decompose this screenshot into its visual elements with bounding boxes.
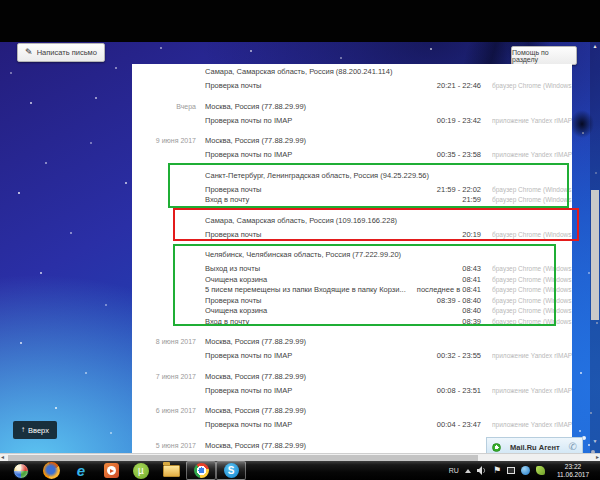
action-row: 5 писем перемещены из папки Входящие в п… — [205, 285, 572, 296]
compose-mail-button[interactable]: ✎ Написать письмо — [17, 43, 105, 62]
activity-group: Самара, Самарская область, Россия (109.1… — [205, 215, 572, 241]
action-client: браузер Chrome (Windows 10) — [492, 306, 572, 315]
internet-explorer-icon: e — [77, 463, 85, 478]
top-black-bar — [0, 0, 600, 42]
activity-group: Санкт-Петербург, Ленинградская область, … — [205, 170, 572, 206]
action-label: Проверка почты по IMAP — [205, 386, 411, 395]
action-row: Очищена корзина08:40браузер Chrome (Wind… — [205, 306, 572, 317]
scroll-left-arrow-icon[interactable]: ◂ — [1, 454, 4, 461]
horizontal-scrollbar[interactable]: ◂ ▸ — [0, 453, 600, 461]
action-client: браузер Chrome (Windows 10) — [492, 285, 572, 294]
language-indicator[interactable]: RU — [449, 467, 459, 474]
tray-window-icon[interactable] — [507, 467, 515, 474]
action-label: Проверка почты по IMAP — [205, 420, 411, 429]
action-time: 08:39 — [411, 317, 481, 326]
action-client: приложение Yandex rIMAP — [492, 150, 572, 159]
media-player-icon — [104, 463, 119, 478]
action-time: 00:04 - 23:47 — [411, 420, 481, 429]
agent-status-icon — [492, 443, 501, 452]
action-time: 21:59 - 22:02 — [411, 185, 481, 194]
action-client: браузер Chrome (Windows 7) — [492, 81, 572, 90]
action-client: приложение Yandex rIMAP — [492, 420, 572, 429]
action-label: Очищена корзина — [205, 275, 411, 284]
desktop-screen: ✎ Написать письмо Помощь по разделу Сама… — [0, 0, 600, 480]
action-label: Проверка почты — [205, 230, 411, 239]
action-client: браузер Chrome (Windows 10) — [492, 275, 572, 284]
starfield — [0, 42, 2, 44]
start-button[interactable] — [6, 461, 36, 480]
action-label: Проверка почты — [205, 296, 411, 305]
taskbar-media-player[interactable] — [96, 461, 126, 480]
location-line: Москва, Россия (77.88.29.99) — [205, 371, 572, 386]
scroll-right-arrow-icon[interactable]: ▸ — [596, 454, 599, 461]
location-line: Санкт-Петербург, Ленинградская область, … — [205, 170, 572, 185]
action-row: Проверка почты по IMAP00:32 - 23:55прило… — [205, 351, 572, 362]
action-row: Проверка почты20:21 - 22:46браузер Chrom… — [205, 81, 572, 92]
action-client: браузер Chrome (Windows 10) — [492, 317, 572, 326]
taskbar-app-icons: e µ S — [0, 461, 246, 480]
date-label: 7 июня 2017 — [132, 373, 196, 380]
taskbar-file-explorer[interactable] — [156, 461, 186, 480]
action-center-flag-icon[interactable]: ⚑ — [493, 466, 501, 475]
scroll-up-arrow-icon[interactable]: ▲ — [590, 43, 600, 49]
scroll-to-top-button[interactable]: ↑ Вверх — [13, 421, 57, 439]
activity-log-panel: Самара, Самарская область, Россия (88.20… — [132, 64, 572, 461]
taskbar-skype[interactable]: S — [216, 461, 246, 480]
compose-pencil-icon: ✎ — [25, 48, 33, 57]
action-row: Выход из почты08:43браузер Chrome (Windo… — [205, 264, 572, 275]
action-row: Проверка почты20:19браузер Chrome (Windo… — [205, 230, 572, 241]
date-label: 8 июня 2017 — [132, 338, 196, 345]
skype-icon: S — [224, 463, 239, 478]
speaker-icon[interactable] — [477, 466, 487, 475]
action-row: Проверка почты по IMAP00:08 - 23:51прило… — [205, 386, 572, 397]
agent-phone-icon[interactable]: ✆ — [569, 442, 577, 452]
utorrent-icon: µ — [133, 463, 149, 479]
action-time: 21:59 — [411, 195, 481, 204]
action-time: 00:32 - 23:55 — [411, 351, 481, 360]
section-help-button[interactable]: Помощь по разделу — [511, 46, 577, 65]
taskbar-clock[interactable]: 23:22 11.06.2017 — [551, 463, 595, 479]
hidden-icons-arrow-icon[interactable] — [465, 469, 471, 473]
vertical-scrollbar-thumb[interactable] — [591, 190, 599, 320]
taskbar-internet-explorer[interactable]: e — [66, 461, 96, 480]
activity-group: ВчераМосква, Россия (77.88.29.99)Проверк… — [205, 101, 572, 127]
activity-group: 8 июня 2017Москва, Россия (77.88.29.99)П… — [205, 336, 572, 362]
clock-date: 11.06.2017 — [551, 471, 595, 479]
location-line: Самара, Самарская область, Россия (88.20… — [205, 66, 572, 81]
action-label: Проверка почты по IMAP — [205, 150, 411, 159]
action-row: Проверка почты по IMAP00:19 - 23:42прило… — [205, 116, 572, 127]
action-label: Проверка почты — [205, 185, 411, 194]
action-time: 08:41 — [411, 275, 481, 284]
mailru-agent-tray-icon[interactable] — [521, 466, 530, 475]
vertical-scrollbar[interactable]: ▲ ▼ — [590, 42, 600, 453]
action-label: Проверка почты по IMAP — [205, 116, 411, 125]
windows-orb-icon — [13, 463, 29, 479]
date-label: 5 июня 2017 — [132, 442, 196, 449]
activity-group: Челябинск, Челябинская область, Россия (… — [205, 249, 572, 327]
action-time: 08:40 — [411, 306, 481, 315]
taskbar-firefox[interactable] — [36, 461, 66, 480]
action-client: приложение Yandex rIMAP — [492, 116, 572, 125]
action-time: 08:43 — [411, 264, 481, 273]
folder-icon — [163, 465, 180, 477]
system-tray: RU ⚑ 23:22 11.06.2017 — [449, 463, 600, 479]
action-label: Проверка почты — [205, 81, 411, 90]
action-label: 5 писем перемещены из папки Входящие в п… — [205, 285, 411, 294]
leaf-tray-icon[interactable] — [536, 466, 545, 475]
action-label: Очищена корзина — [205, 306, 411, 315]
activity-group: 9 июня 2017Москва, Россия (77.88.29.99)П… — [205, 135, 572, 161]
action-row: Проверка почты по IMAP00:04 - 23:47прило… — [205, 420, 572, 431]
action-time: 00:19 - 23:42 — [411, 116, 481, 125]
activity-group: 6 июня 2017Москва, Россия (77.88.29.99)П… — [205, 405, 572, 431]
agent-label: Mail.Ru Агент — [506, 443, 564, 452]
action-client: браузер Chrome (Windows 8.1) — [492, 185, 572, 194]
action-label: Выход из почты — [205, 264, 411, 273]
action-label: Проверка почты по IMAP — [205, 351, 411, 360]
action-time: 00:35 - 23:58 — [411, 150, 481, 159]
taskbar-utorrent[interactable]: µ — [126, 461, 156, 480]
date-label: 9 июня 2017 — [132, 137, 196, 144]
taskbar-chrome[interactable] — [186, 461, 216, 480]
action-row: Вход в почту21:59браузер Chrome (Windows… — [205, 195, 572, 206]
action-label: Вход в почту — [205, 195, 411, 204]
scroll-down-arrow-icon[interactable]: ▼ — [590, 438, 600, 444]
